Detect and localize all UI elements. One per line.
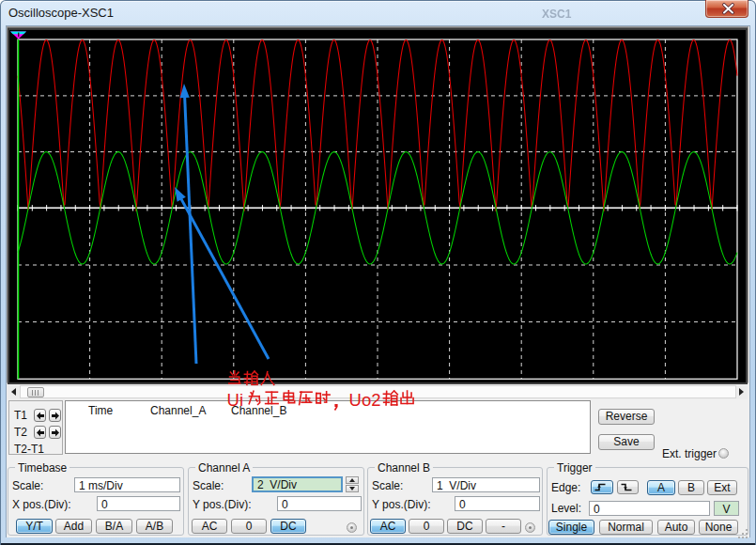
svg-text:Ui: Ui (227, 390, 243, 410)
svg-text:Uo2: Uo2 (349, 390, 381, 410)
